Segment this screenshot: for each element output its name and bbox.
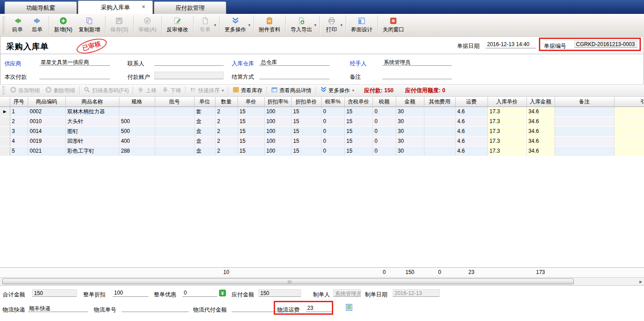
cell-tax_rate[interactable]: 0 (321, 116, 344, 126)
field-supplier[interactable]: 星星文具第一供应商 (39, 58, 110, 66)
column-header-batch[interactable]: 批号 (155, 97, 194, 107)
cell-tax_amount[interactable]: 0 (373, 126, 396, 136)
scrollbar-thumb[interactable] (2, 278, 574, 284)
toolbar-button-next-doc[interactable]: 后单 (27, 15, 47, 35)
dropdown-caret-icon[interactable]: ▾ (214, 23, 216, 27)
toolbar-button-prev-doc[interactable]: 前单 (8, 15, 27, 35)
cell-tax_rate[interactable]: 0 (321, 146, 344, 156)
cell-in_amount[interactable]: 34.6 (526, 146, 555, 156)
cell-unit[interactable]: 盒 (194, 116, 215, 126)
cell-qty[interactable]: 2 (215, 126, 237, 136)
cell-spec[interactable]: 288 (119, 146, 155, 156)
column-header-tax_rate[interactable]: 税率% (321, 97, 344, 107)
cell-extra[interactable] (614, 136, 644, 146)
cell-tax_price[interactable]: 15 (344, 126, 373, 136)
cell-batch[interactable] (155, 126, 194, 136)
cell-freight[interactable]: 4.6 (455, 116, 487, 126)
dropdown-caret-icon[interactable]: ▾ (222, 88, 224, 93)
cell-in_amount[interactable]: 34.6 (526, 126, 555, 136)
grid-toolbar-button-scan-barcode[interactable]: 扫描条形码(F4) (81, 86, 131, 95)
doc-date-field[interactable]: 2016-12-13 14:40 (486, 41, 536, 48)
row-selector[interactable] (0, 136, 10, 146)
cell-name[interactable]: 回形针 (65, 136, 119, 146)
column-header-tax_price[interactable]: 含税单价 (344, 97, 373, 107)
cell-tax_rate[interactable]: 0 (321, 126, 344, 136)
toolbar-button-copy-new[interactable]: 复制新增 (76, 15, 103, 35)
cell-seq[interactable]: 4 (10, 136, 28, 146)
toolbar-button-pull-doc[interactable]: 引单 (195, 15, 215, 35)
cell-in_price[interactable]: 17.3 (487, 107, 526, 116)
cell-other_fee[interactable] (424, 146, 455, 156)
column-header-discount_price[interactable]: 折扣单价 (291, 97, 321, 107)
current-row-marker[interactable]: ▶ (0, 107, 10, 116)
field-warehouse[interactable]: 总仓库 (259, 58, 330, 66)
cell-spec[interactable] (119, 107, 155, 116)
tab-close-icon[interactable]: × (142, 4, 145, 10)
cell-freight[interactable]: 4.6 (455, 136, 487, 146)
cell-unit[interactable]: 盒 (194, 136, 215, 146)
cell-seq[interactable]: 1 (10, 107, 28, 116)
tab-payable-management[interactable]: 应付款管理 (154, 1, 226, 14)
logistics-list-icon[interactable] (345, 304, 353, 311)
toolbar-button-import-export[interactable]: 导入导出 (288, 15, 315, 35)
field-creator[interactable]: 系统管理员 (333, 289, 361, 297)
cell-discount_price[interactable]: 15 (291, 146, 321, 156)
cell-tax_rate[interactable]: 0 (321, 107, 344, 116)
grid-toolbar-drag-handle[interactable] (3, 86, 5, 95)
cell-remark[interactable] (555, 136, 614, 146)
table-row[interactable]: 20010大头针500盒215100150150304.617.334.6 (0, 116, 644, 126)
cell-batch[interactable] (155, 146, 194, 156)
column-header-extra[interactable]: 引 (614, 97, 644, 107)
cell-other_fee[interactable] (424, 126, 455, 136)
cell-remark[interactable] (555, 146, 614, 156)
row-selector[interactable] (0, 146, 10, 156)
cell-price[interactable]: 15 (237, 116, 264, 126)
column-header-qty[interactable]: 数量 (215, 97, 237, 107)
cell-in_amount[interactable]: 34.6 (526, 136, 555, 146)
column-header-name[interactable]: 商品名称 (65, 97, 119, 107)
cell-freight[interactable]: 4.6 (455, 107, 487, 116)
cell-extra[interactable] (614, 126, 644, 136)
cell-discount_rate[interactable]: 100 (264, 126, 291, 136)
cell-discount_price[interactable]: 15 (291, 126, 321, 136)
grid-toolbar-button-add-detail[interactable]: 添加明细 (7, 86, 42, 95)
cell-tax_rate[interactable]: 0 (321, 136, 344, 146)
cell-unit[interactable]: 盒 (194, 126, 215, 136)
field-payable-amount[interactable]: 150 (258, 289, 301, 297)
cell-qty[interactable]: 2 (215, 136, 237, 146)
column-header-in_amount[interactable]: 入库金额 (526, 97, 555, 107)
column-header-discount_rate[interactable]: 折扣率% (264, 97, 291, 107)
cell-tax_amount[interactable]: 0 (373, 116, 396, 126)
cell-discount_rate[interactable]: 100 (264, 116, 291, 126)
cell-in_price[interactable]: 17.3 (487, 116, 526, 126)
table-row[interactable]: 30014图钉500盒215100150150304.617.334.6 (0, 126, 644, 136)
cell-discount_rate[interactable]: 100 (264, 136, 291, 146)
grid-toolbar-button-move-up[interactable]: 上移 (135, 86, 159, 95)
toolbar-button-close-window[interactable]: 关闭窗口 (380, 15, 407, 35)
cell-tax_price[interactable]: 15 (344, 107, 373, 116)
horizontal-scrollbar[interactable]: ▶ (0, 277, 644, 286)
grid-toolbar-button-view-product-detail[interactable]: 查看商品详情 (268, 86, 314, 95)
cell-seq[interactable]: 3 (10, 126, 28, 136)
cell-code[interactable]: 0014 (28, 126, 65, 136)
cell-in_amount[interactable]: 34.6 (526, 116, 555, 126)
cell-spec[interactable]: 500 (119, 116, 155, 126)
cell-qty[interactable]: 2 (215, 146, 237, 156)
cell-name[interactable]: 大头针 (65, 116, 119, 126)
cell-price[interactable]: 15 (237, 136, 264, 146)
cell-batch[interactable] (155, 116, 194, 126)
column-header-freight[interactable]: 运费 (455, 97, 487, 107)
field-contact[interactable] (154, 58, 224, 66)
cell-discount_rate[interactable]: 100 (264, 107, 291, 116)
cell-name[interactable]: 双林木柄拉力器 (65, 107, 119, 116)
grid-toolbar-button-delete-detail[interactable]: 删除明细 (42, 86, 78, 95)
toolbar-button-audit[interactable]: 审核(A) (136, 15, 160, 35)
cell-other_fee[interactable] (424, 107, 455, 116)
cell-code[interactable]: 0010 (28, 116, 65, 126)
cell-amount[interactable]: 30 (396, 107, 424, 116)
cell-code[interactable]: 0021 (28, 146, 65, 156)
cell-in_price[interactable]: 17.3 (487, 136, 526, 146)
cell-amount[interactable]: 30 (396, 136, 424, 146)
column-header-unit[interactable]: 单位 (194, 97, 215, 107)
toolbar-button-more-actions[interactable]: 更多操作 (221, 15, 249, 35)
